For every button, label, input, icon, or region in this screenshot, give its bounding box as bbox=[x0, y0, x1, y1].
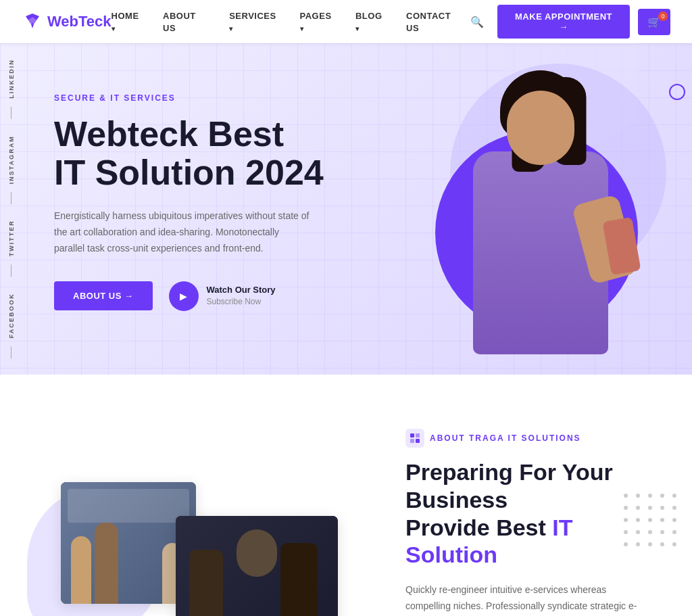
logo[interactable]: WebTeck bbox=[22, 11, 112, 32]
hero-image-area bbox=[368, 43, 692, 375]
svg-rect-1 bbox=[416, 433, 420, 437]
dots-decoration bbox=[622, 492, 678, 548]
appointment-button[interactable]: MAKE APPOINTMENT → bbox=[497, 5, 630, 39]
about-tag: ABOUT TRAGA IT SOLUTIONS bbox=[405, 429, 651, 448]
nav-link-services[interactable]: SERVICES bbox=[229, 11, 276, 33]
svg-rect-0 bbox=[410, 433, 414, 437]
nav-link-pages[interactable]: PAGES bbox=[300, 11, 332, 33]
cart-button[interactable]: 🛒 0 bbox=[638, 9, 670, 35]
nav-item-pages[interactable]: PAGES bbox=[300, 9, 337, 34]
about-tag-icon bbox=[405, 429, 424, 448]
about-content: ABOUT TRAGA IT SOLUTIONS Preparing For Y… bbox=[405, 429, 651, 616]
nav-link-about[interactable]: ABOUT US bbox=[163, 11, 196, 33]
hero-content: SECURE & IT SERVICES Webteck Best IT Sol… bbox=[0, 93, 378, 352]
about-title: Preparing For Your Business Provide Best… bbox=[405, 458, 651, 569]
watch-text: Watch Our Story Subscribe Now bbox=[207, 285, 276, 307]
cart-badge: 0 bbox=[658, 11, 668, 21]
about-description: Quickly re-engineer intuitive e-services… bbox=[405, 582, 651, 616]
about-image-2 bbox=[176, 516, 338, 616]
hero-actions: ABOUT US → ▶ Watch Our Story Subscribe N… bbox=[54, 281, 338, 311]
nav-link-contact[interactable]: CONTACT US bbox=[406, 11, 451, 33]
svg-rect-2 bbox=[410, 439, 414, 443]
nav-right: 🔍 MAKE APPOINTMENT → 🛒 0 bbox=[465, 5, 670, 39]
social-sidebar: LINKEDIN INSTAGRAM TWITTER FACEBOOK bbox=[0, 51, 23, 366]
hero-section: LINKEDIN INSTAGRAM TWITTER FACEBOOK SECU… bbox=[0, 43, 692, 375]
social-facebook[interactable]: FACEBOOK bbox=[0, 285, 23, 367]
nav-links: HOME ABOUT US SERVICES PAGES BLOG CONTAC… bbox=[112, 9, 466, 34]
play-icon: ▶ bbox=[180, 291, 187, 302]
hero-title: Webteck Best IT Solution 2024 bbox=[54, 115, 338, 192]
about-tag-text: ABOUT TRAGA IT SOLUTIONS bbox=[430, 433, 581, 443]
about-images bbox=[41, 475, 351, 616]
about-section: ABOUT TRAGA IT SOLUTIONS Preparing For Y… bbox=[0, 375, 692, 616]
nav-item-services[interactable]: SERVICES bbox=[229, 9, 280, 34]
nav-item-about[interactable]: ABOUT US bbox=[163, 9, 210, 34]
navbar: WebTeck HOME ABOUT US SERVICES PAGES BLO… bbox=[0, 0, 692, 43]
hero-circle-bg bbox=[408, 57, 665, 348]
nav-link-blog[interactable]: BLOG bbox=[355, 11, 382, 33]
logo-text: WebTeck bbox=[47, 13, 112, 30]
hero-tag: SECURE & IT SERVICES bbox=[54, 93, 338, 103]
nav-item-contact[interactable]: CONTACT US bbox=[406, 9, 465, 34]
search-icon: 🔍 bbox=[470, 16, 484, 28]
social-twitter[interactable]: TWITTER bbox=[0, 212, 23, 285]
play-button[interactable]: ▶ bbox=[169, 281, 199, 311]
search-button[interactable]: 🔍 bbox=[465, 13, 489, 31]
social-linkedin[interactable]: LINKEDIN bbox=[0, 51, 23, 127]
social-instagram[interactable]: INSTAGRAM bbox=[0, 127, 23, 212]
nav-item-blog[interactable]: BLOG bbox=[355, 9, 387, 34]
circle-outline bbox=[669, 84, 685, 100]
about-us-button[interactable]: ABOUT US → bbox=[54, 281, 153, 310]
svg-rect-3 bbox=[416, 439, 420, 443]
watch-story[interactable]: ▶ Watch Our Story Subscribe Now bbox=[169, 281, 276, 311]
nav-link-home[interactable]: HOME bbox=[112, 11, 139, 33]
hero-description: Energistically harness ubiquitous impera… bbox=[54, 208, 311, 256]
nav-item-home[interactable]: HOME bbox=[112, 9, 145, 34]
